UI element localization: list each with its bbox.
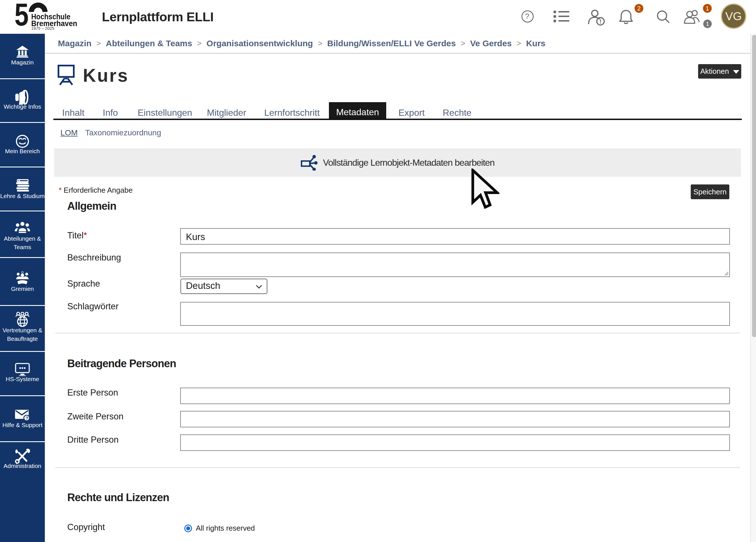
svg-text:5: 5	[14, 0, 29, 32]
svg-text:1975 – 2025: 1975 – 2025	[31, 26, 54, 31]
svg-text:?: ?	[525, 12, 529, 21]
svg-text:?: ?	[26, 416, 28, 421]
